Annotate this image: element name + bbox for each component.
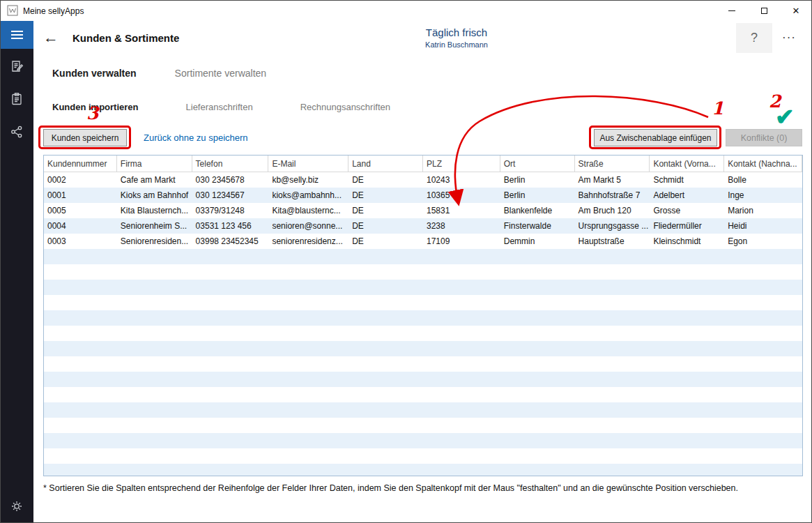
table-row-empty [44,280,802,295]
cell: DE [348,218,423,234]
maximize-button[interactable] [748,0,780,21]
column-header-6[interactable]: Ort [500,156,575,172]
back-without-saving-link[interactable]: Zurück ohne zu speichern [144,132,248,143]
column-header-7[interactable]: Straße [575,156,650,172]
help-icon: ? [751,31,758,45]
cell [575,433,650,448]
cell [650,295,724,310]
footer-note: * Sortieren Sie die Spalten entsprechend… [43,483,738,493]
cell: Hauptstraße [575,234,650,249]
sidebar-item-customers[interactable] [0,50,33,82]
cell [44,280,117,295]
cell: Egon [724,234,802,249]
save-customers-button[interactable]: Kunden speichern [43,129,127,146]
table-row-empty [44,418,802,433]
sidebar-item-orders[interactable] [0,83,33,114]
table-row[interactable]: 0005Kita Blausternch...03379/31248Kita@b… [44,203,802,218]
hamburger-menu-button[interactable] [0,21,33,49]
account-switcher[interactable]: Täglich frisch Katrin Buschmann [348,26,565,49]
cell: Fliedermüller [650,218,724,234]
sidebar-item-share[interactable] [0,116,33,147]
customer-table: KundennummerFirmaTelefonE-MailLandPLZOrt… [43,155,803,476]
cell [44,356,117,372]
cell [44,249,117,264]
cell [724,295,802,310]
cell: kb@selly.biz [268,172,348,188]
cell: Adelbert [650,188,724,203]
column-header-0[interactable]: Kundennummer [44,156,117,172]
cell: Kleinschmidt [650,234,724,249]
column-header-3[interactable]: E-Mail [268,156,348,172]
cell [44,341,117,356]
cell [192,418,269,433]
cell [192,464,269,476]
table-row[interactable]: 0004Seniorenheim S...03531 123 456senior… [44,218,802,234]
cell: 030 1234567 [192,188,269,203]
back-button[interactable]: ← [43,29,59,47]
cell: 0003 [44,234,117,249]
cell [575,387,650,402]
cell: Kita@blausternc... [268,203,348,218]
cell [192,356,269,372]
cell: Blankenfelde [500,203,575,218]
cell [117,418,192,433]
column-header-8[interactable]: Kontakt (Vorna... [650,156,724,172]
table-row-empty [44,372,802,387]
tab-lieferanschriften[interactable]: Lieferanschriften [186,102,253,112]
tab-rechnungsanschriften[interactable]: Rechnungsanschriften [300,102,390,112]
cell [268,433,348,448]
cell [575,310,650,326]
minimize-button[interactable] [716,0,748,21]
paste-from-clipboard-button[interactable]: Aus Zwischenablage einfügen [594,129,717,146]
cell [348,280,423,295]
column-header-5[interactable]: PLZ [423,156,500,172]
cell [650,372,724,387]
tab-kunden-verwalten[interactable]: Kunden verwalten [52,68,137,79]
sidebar-item-settings[interactable] [0,494,33,519]
cell [650,326,724,341]
cell [724,433,802,448]
cell [268,326,348,341]
cell [348,372,423,387]
cell [500,249,575,264]
cell: Berlin [500,172,575,188]
cell [423,264,500,280]
cell [423,433,500,448]
cell [117,264,192,280]
cell [423,295,500,310]
cell: DE [348,188,423,203]
cell [348,448,423,464]
cell [724,249,802,264]
cell: Bahnhofstraße 7 [575,188,650,203]
cell [268,310,348,326]
cell [650,341,724,356]
cell [724,310,802,326]
tab-sortimente-verwalten[interactable]: Sortimente verwalten [175,68,267,79]
column-header-1[interactable]: Firma [117,156,192,172]
conflicts-button[interactable]: Konflikte (0) [726,129,802,146]
table-row[interactable]: 0003Seniorenresiden...03998 23452345seni… [44,234,802,249]
help-button[interactable]: ? [736,23,772,53]
table-row[interactable]: 0002Cafe am Markt030 2345678kb@selly.biz… [44,172,802,188]
cell: 3238 [423,218,500,234]
close-button[interactable]: ✕ [780,0,812,21]
cell [348,326,423,341]
cell: 0002 [44,172,117,188]
cell [423,249,500,264]
column-header-9[interactable]: Kontakt (Nachna... [724,156,802,172]
cell [44,387,117,402]
more-button[interactable]: ··· [782,31,796,45]
cell [117,464,192,476]
column-header-4[interactable]: Land [348,156,423,172]
cell [44,402,117,418]
cell: DE [348,234,423,249]
cell [44,372,117,387]
cell [650,464,724,476]
column-header-2[interactable]: Telefon [192,156,269,172]
cell: 03531 123 456 [192,218,269,234]
cell: Grosse [650,203,724,218]
table-row[interactable]: 0001Kioks am Bahnhof030 1234567kioks@amb… [44,188,802,203]
cell [650,448,724,464]
cell [117,448,192,464]
page-title: Kunden & Sortimente [72,32,179,44]
